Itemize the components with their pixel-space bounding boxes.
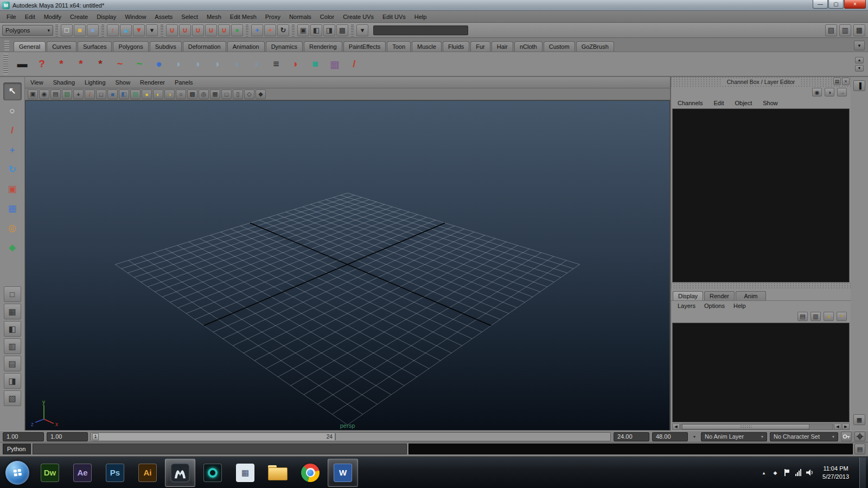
panel-menu-renderer[interactable]: Renderer xyxy=(140,79,165,86)
screen-space-ao-icon[interactable]: ◑ xyxy=(164,89,175,99)
shelf-spreadsheet-icon[interactable]: ≡ xyxy=(267,54,285,74)
menu-proxy[interactable]: Proxy xyxy=(261,12,285,22)
panel-menu-lighting[interactable]: Lighting xyxy=(85,79,106,86)
channel-box-content[interactable] xyxy=(672,108,850,282)
taskbar-app-chrome[interactable] xyxy=(295,459,326,487)
menu-display[interactable]: Display xyxy=(92,12,120,22)
shelf-tab-deformation[interactable]: Deformation xyxy=(183,41,226,52)
channel-box-menu-object[interactable]: Object xyxy=(735,100,752,106)
layer-editor-content[interactable] xyxy=(672,323,850,422)
animation-preferences-button[interactable] xyxy=(854,432,865,441)
save-scene-icon[interactable]: ■ xyxy=(87,24,99,36)
layer-tab-anim[interactable]: Anim xyxy=(736,291,766,300)
animation-start-field[interactable]: 1.00 xyxy=(3,432,44,441)
layer-list-icon-1[interactable]: ▤ xyxy=(797,312,808,321)
taskbar-app-after-effects[interactable]: Ae xyxy=(67,459,98,487)
action-center-flag-icon[interactable] xyxy=(783,469,790,476)
shelf-clapperboard-icon[interactable]: ▬ xyxy=(13,54,31,74)
wireframe-mode-icon[interactable]: □ xyxy=(96,89,106,99)
shelf-tab-fluids[interactable]: Fluids xyxy=(443,41,469,52)
shelf-tab-ncloth[interactable]: nCloth xyxy=(514,41,542,52)
shelf-pour-icon[interactable]: ◗ xyxy=(286,54,305,74)
channel-box-close-icon[interactable]: × xyxy=(842,78,850,85)
resolution-gate-icon[interactable]: □ xyxy=(221,89,232,99)
shelf-blue-sphere-icon[interactable]: ● xyxy=(150,54,168,74)
channel-box-menu-channels[interactable]: Channels xyxy=(678,100,703,106)
tool-settings-toggle-icon[interactable]: ▥ xyxy=(839,24,851,36)
hidden-icons-chevron[interactable]: ▴ xyxy=(761,470,767,476)
menu-create-uvs[interactable]: Create UVs xyxy=(339,12,378,22)
network-icon[interactable] xyxy=(795,469,801,476)
menu-window[interactable]: Window xyxy=(120,12,150,22)
select-by-component-icon[interactable]: ▼ xyxy=(133,24,145,36)
range-slider[interactable]: 1 24 xyxy=(91,432,611,441)
command-line-language-label[interactable]: Python xyxy=(3,444,31,454)
shelf-tab-painteffects[interactable]: PaintEffects xyxy=(343,41,386,52)
last-tool-used[interactable] xyxy=(3,258,22,276)
anim-layer-dropdown[interactable]: No Anim Layer ▾ xyxy=(701,432,767,441)
multisampling-icon[interactable]: ▩ xyxy=(187,89,197,99)
shelf-tab-fur[interactable]: Fur xyxy=(470,41,490,52)
start-button[interactable] xyxy=(5,461,29,485)
shelf-tab-curves[interactable]: Curves xyxy=(47,41,76,52)
lasso-tool[interactable]: ○ xyxy=(3,102,22,120)
shelf-jug-icon-5[interactable]: ◗ xyxy=(247,54,266,74)
show-desktop-button[interactable] xyxy=(859,457,866,488)
taskbar-app-word[interactable]: W xyxy=(328,459,358,487)
shelf-tab-dynamics[interactable]: Dynamics xyxy=(266,41,303,52)
shelf-green-curve-icon[interactable]: ~ xyxy=(130,54,149,74)
snap-to-projected-center-icon[interactable]: ∪ xyxy=(205,24,217,36)
use-all-lights-icon[interactable]: ● xyxy=(142,89,152,99)
shelf-tab-general[interactable]: General xyxy=(14,41,46,52)
layer-tab-display[interactable]: Display xyxy=(673,291,703,300)
layer-tab-render[interactable]: Render xyxy=(704,291,735,300)
select-camera-icon[interactable]: ▣ xyxy=(28,89,38,99)
shelf-brush-icon[interactable]: / xyxy=(345,54,363,74)
shelf-tab-gozbrush[interactable]: GoZBrush xyxy=(576,41,614,52)
update-icon[interactable]: ◆ xyxy=(772,470,778,476)
construction-history-icon[interactable]: ↻ xyxy=(277,24,289,36)
shelf-character-icon-1[interactable]: * xyxy=(52,54,71,74)
volume-icon[interactable] xyxy=(806,469,814,476)
taskbar-clock[interactable]: 11:04 PM 5/27/2013 xyxy=(822,465,849,480)
menu-select[interactable]: Select xyxy=(177,12,202,22)
shelf-tab-rendering[interactable]: Rendering xyxy=(304,41,342,52)
menu-modify[interactable]: Modify xyxy=(40,12,66,22)
range-start-handle[interactable]: 1 xyxy=(92,433,99,440)
range-slider-selected-range[interactable]: 1 24 xyxy=(92,433,336,440)
rotate-tool[interactable]: ↻ xyxy=(3,160,22,178)
snap-to-view-planes-icon[interactable]: ∪ xyxy=(218,24,230,36)
selection-mask-menu-icon[interactable]: ▾ xyxy=(146,24,158,36)
select-tool[interactable]: ↖ xyxy=(3,82,22,100)
attribute-editor-toggle-icon[interactable]: ▤ xyxy=(825,24,837,36)
shelf-tab-muscle[interactable]: Muscle xyxy=(412,41,442,52)
shelf-jug-icon-1[interactable]: ◗ xyxy=(169,54,188,74)
close-button[interactable]: × xyxy=(844,0,866,9)
shelf-character-icon-2[interactable]: * xyxy=(72,54,90,74)
shelf-tab-animation[interactable]: Animation xyxy=(227,41,265,52)
shelf-jug-icon-3[interactable]: ◗ xyxy=(208,54,227,74)
shelf-cube-icon[interactable]: ■ xyxy=(306,54,324,74)
channel-speed-icon[interactable]: ◉ xyxy=(812,88,822,97)
shelf-scroll-down-button[interactable]: ▾ xyxy=(855,65,864,72)
smooth-shade-mode-icon[interactable]: ■ xyxy=(107,89,118,99)
menu-assets[interactable]: Assets xyxy=(150,12,177,22)
menu-color[interactable]: Color xyxy=(316,12,339,22)
channel-box-menu-edit[interactable]: Edit xyxy=(713,100,724,106)
animation-end-field[interactable]: 48.00 xyxy=(652,432,688,441)
create-empty-layer-icon[interactable]: + xyxy=(824,312,834,321)
shelf-menu-button[interactable]: ▾ xyxy=(854,41,865,50)
layout-persp-graph[interactable]: ◨ xyxy=(4,373,21,389)
snap-to-points-icon[interactable]: ∪ xyxy=(192,24,204,36)
layout-four-pane[interactable]: ▦ xyxy=(4,304,21,319)
numeric-input-field[interactable] xyxy=(373,25,468,35)
render-settings-icon[interactable]: ▩ xyxy=(336,24,348,36)
shelf-character-icon-3[interactable]: * xyxy=(91,54,110,74)
panel-menu-panels[interactable]: Panels xyxy=(175,79,193,86)
shelf-tab-surfaces[interactable]: Surfaces xyxy=(78,41,112,52)
menu-set-selector[interactable]: Polygons ▾ xyxy=(2,25,53,36)
layout-single-pane[interactable]: □ xyxy=(4,286,21,302)
scroll-right-button[interactable]: ▶ xyxy=(842,423,850,430)
layout-persp-outliner[interactable]: ◧ xyxy=(4,321,21,337)
shelf-help-icon[interactable]: ? xyxy=(33,54,51,74)
